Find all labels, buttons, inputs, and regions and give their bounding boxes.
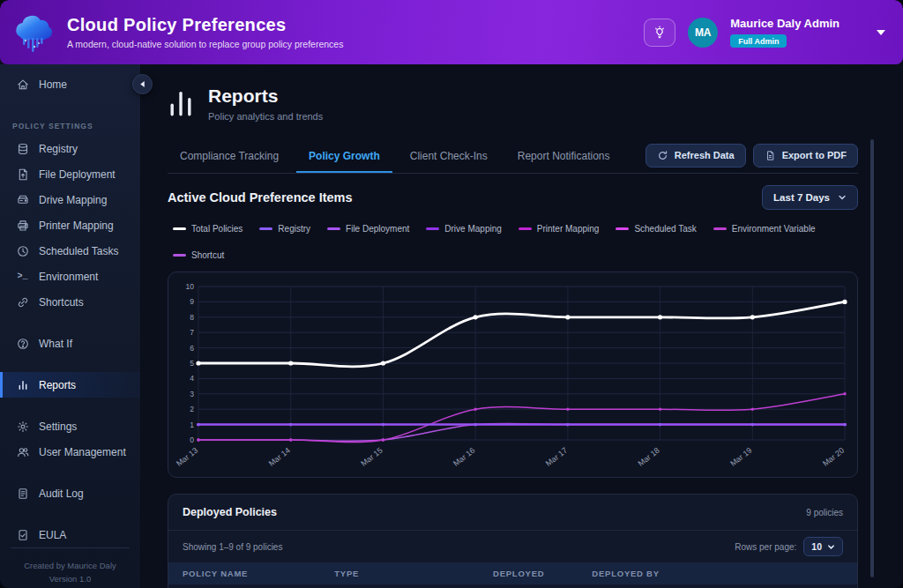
vertical-scrollbar[interactable] bbox=[870, 139, 874, 577]
sidebar-section-label: POLICY SETTINGS bbox=[0, 113, 140, 136]
rows-per-page-select[interactable]: 10 bbox=[803, 537, 843, 556]
sidebar-item-label: Drive Mapping bbox=[39, 194, 107, 206]
sidebar-item-drive-mapping[interactable]: Drive Mapping bbox=[0, 187, 140, 212]
svg-text:3: 3 bbox=[190, 390, 194, 398]
sidebar: HomePOLICY SETTINGSRegistryFile Deployme… bbox=[0, 64, 141, 588]
svg-text:9: 9 bbox=[190, 297, 194, 306]
svg-text:0: 0 bbox=[190, 435, 194, 444]
user-block[interactable]: Maurice Daly Admin Full Admin bbox=[730, 17, 840, 48]
sidebar-item-label: User Management bbox=[39, 446, 126, 458]
collapse-sidebar-button[interactable] bbox=[132, 74, 153, 94]
page-subtitle: Policy analytics and trends bbox=[208, 111, 323, 122]
theme-toggle-button[interactable] bbox=[644, 19, 675, 47]
user-name: Maurice Daly Admin bbox=[730, 17, 840, 30]
svg-text:Mar 16: Mar 16 bbox=[452, 446, 476, 468]
sidebar-item-what-if[interactable]: What If bbox=[0, 331, 140, 356]
sidebar-item-label: Audit Log bbox=[39, 488, 84, 500]
refresh-data-button[interactable]: Refresh Data bbox=[646, 144, 746, 167]
app-header: Cloud Policy Preferences A modern, cloud… bbox=[0, 0, 903, 64]
tab-report-notifications[interactable]: Report Notifications bbox=[505, 143, 623, 173]
tab-policy-growth[interactable]: Policy Growth bbox=[296, 143, 392, 173]
registry-icon bbox=[15, 141, 30, 156]
sidebar-item-registry[interactable]: Registry bbox=[0, 136, 140, 161]
export-pdf-button[interactable]: Export to PDF bbox=[753, 144, 858, 167]
sidebar-item-scheduled-tasks[interactable]: Scheduled Tasks bbox=[0, 238, 140, 264]
shortcuts-icon bbox=[15, 294, 30, 309]
legend-swatch bbox=[327, 227, 340, 230]
settings-icon bbox=[15, 419, 30, 434]
sidebar-item-label: Registry bbox=[39, 143, 78, 155]
sidebar-item-file-deployment[interactable]: File Deployment bbox=[0, 161, 140, 187]
legend-item-environment-variable[interactable]: Environment Variable bbox=[713, 224, 816, 234]
sidebar-item-shortcuts[interactable]: Shortcuts bbox=[0, 289, 140, 315]
column-header-policy-name: POLICY NAME bbox=[183, 569, 334, 578]
avatar[interactable]: MA bbox=[688, 18, 718, 48]
column-header-deployed-by: DEPLOYED BY bbox=[592, 569, 843, 578]
what-if-icon bbox=[15, 336, 30, 351]
svg-text:10: 10 bbox=[186, 282, 195, 291]
svg-text:4: 4 bbox=[190, 374, 194, 383]
legend-item-printer-mapping[interactable]: Printer Mapping bbox=[519, 224, 600, 234]
refresh-icon bbox=[657, 150, 668, 161]
tab-client-check-ins[interactable]: Client Check-Ins bbox=[398, 143, 500, 173]
user-management-icon bbox=[15, 444, 30, 459]
table-header-row: POLICY NAMETYPEDEPLOYEDDEPLOYED BY bbox=[168, 562, 857, 584]
sidebar-item-label: Reports bbox=[39, 379, 76, 391]
svg-text:1: 1 bbox=[190, 421, 194, 429]
line-chart-canvas[interactable]: 012345678910Mar 13Mar 14Mar 15Mar 16Mar … bbox=[175, 279, 852, 475]
table-row-demo-3[interactable]: Demo 3>_Environment VariableMar 20, 2026 bbox=[168, 584, 857, 588]
legend-item-file-deployment[interactable]: File Deployment bbox=[327, 224, 409, 234]
main-content: Reports Policy analytics and trends Comp… bbox=[141, 64, 903, 588]
policy-count: 9 policies bbox=[806, 508, 843, 517]
printer-mapping-icon bbox=[15, 218, 30, 233]
sidebar-item-environment[interactable]: >_Environment bbox=[0, 264, 140, 289]
sidebar-item-label: EULA bbox=[39, 529, 66, 541]
sidebar-item-reports[interactable]: Reports bbox=[0, 372, 140, 398]
legend-item-registry[interactable]: Registry bbox=[259, 224, 310, 234]
chevron-down-icon[interactable] bbox=[877, 30, 885, 35]
sidebar-item-printer-mapping[interactable]: Printer Mapping bbox=[0, 212, 140, 238]
column-header-type: TYPE bbox=[334, 569, 493, 578]
table-title: Deployed Policies bbox=[183, 506, 277, 518]
bar-chart-icon bbox=[168, 89, 194, 119]
audit-log-icon bbox=[15, 486, 30, 501]
sidebar-item-settings[interactable]: Settings bbox=[0, 413, 140, 439]
chevron-down-icon bbox=[827, 543, 835, 551]
legend-item-drive-mapping[interactable]: Drive Mapping bbox=[426, 224, 501, 234]
svg-text:Mar 20: Mar 20 bbox=[821, 446, 846, 468]
tab-bar: Compliance TrackingPolicy GrowthClient C… bbox=[168, 143, 858, 174]
sidebar-item-label: Printer Mapping bbox=[39, 220, 114, 232]
svg-text:2: 2 bbox=[190, 405, 194, 413]
legend-item-scheduled-task[interactable]: Scheduled Task bbox=[616, 224, 696, 234]
tab-compliance-tracking[interactable]: Compliance Tracking bbox=[168, 143, 291, 173]
svg-text:Mar 18: Mar 18 bbox=[637, 446, 661, 468]
app-title: Cloud Policy Preferences bbox=[67, 15, 343, 35]
legend-swatch bbox=[426, 227, 439, 230]
sidebar-item-home[interactable]: Home bbox=[0, 71, 140, 97]
legend-item-shortcut[interactable]: Shortcut bbox=[173, 250, 224, 260]
sidebar-item-user-management[interactable]: User Management bbox=[0, 439, 140, 465]
rows-per-page-label: Rows per page: bbox=[735, 542, 796, 552]
file-deployment-icon bbox=[15, 167, 30, 182]
sidebar-item-label: Environment bbox=[39, 271, 98, 283]
svg-text:Mar 19: Mar 19 bbox=[728, 446, 753, 468]
date-range-select[interactable]: Last 7 Days bbox=[762, 185, 858, 210]
header-titles: Cloud Policy Preferences A modern, cloud… bbox=[67, 15, 343, 49]
svg-text:6: 6 bbox=[190, 344, 194, 353]
sidebar-item-eula[interactable]: EULA bbox=[0, 522, 140, 547]
legend-swatch bbox=[713, 227, 727, 230]
cloud-logo bbox=[11, 11, 56, 55]
svg-text:Mar 13: Mar 13 bbox=[175, 446, 199, 468]
sidebar-item-audit-log[interactable]: Audit Log bbox=[0, 480, 140, 506]
svg-text:7: 7 bbox=[190, 328, 194, 337]
reports-icon bbox=[15, 377, 30, 392]
deployed-policies-card: Deployed Policies 9 policies Showing 1–9… bbox=[168, 494, 858, 588]
policy-growth-chart[interactable]: 012345678910Mar 13Mar 14Mar 15Mar 16Mar … bbox=[168, 272, 858, 478]
caret-left-icon bbox=[138, 80, 146, 88]
legend-swatch bbox=[616, 227, 629, 230]
sidebar-item-label: What If bbox=[39, 338, 72, 350]
app-subtitle: A modern, cloud-native solution to repla… bbox=[67, 39, 343, 49]
sidebar-item-label: Scheduled Tasks bbox=[39, 245, 119, 257]
legend-item-total-policies[interactable]: Total Policies bbox=[173, 224, 243, 234]
legend-swatch bbox=[173, 254, 186, 257]
